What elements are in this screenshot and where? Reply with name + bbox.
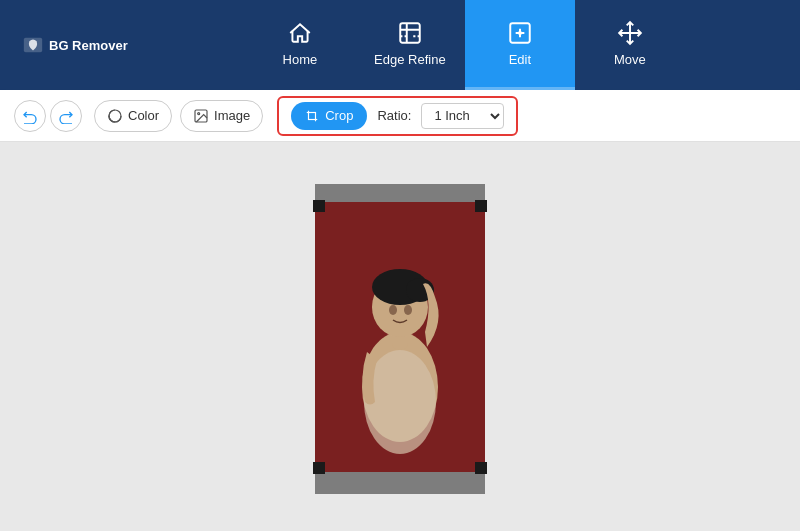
crop-button[interactable]: Crop [291, 102, 367, 130]
tab-home-label: Home [283, 52, 318, 67]
svg-point-3 [519, 32, 521, 34]
undo-icon [22, 108, 38, 124]
ratio-select[interactable]: 1 Inch 2 Inch Free Custom [421, 103, 504, 129]
svg-point-21 [389, 305, 397, 315]
tab-home[interactable]: Home [245, 0, 355, 90]
undo-redo-group [14, 100, 82, 132]
redo-button[interactable] [50, 100, 82, 132]
crop-icon [305, 109, 319, 123]
undo-button[interactable] [14, 100, 46, 132]
crop-handle-top-left[interactable] [313, 200, 325, 212]
image-icon [193, 108, 209, 124]
move-icon [617, 20, 643, 46]
crop-handle-bottom-right[interactable] [475, 462, 487, 474]
color-button[interactable]: Color [94, 100, 172, 132]
photo-background [315, 202, 485, 472]
tab-move[interactable]: Move [575, 0, 685, 90]
crop-section: Crop Ratio: 1 Inch 2 Inch Free Custom [277, 96, 518, 136]
canvas-area [0, 142, 800, 531]
home-icon [287, 20, 313, 46]
tab-edge-refine-label: Edge Refine [374, 52, 446, 67]
toolbar: Color Image Crop Ratio: 1 Inch 2 Inch Fr… [0, 90, 800, 142]
photo-container [315, 202, 485, 472]
tab-move-label: Move [614, 52, 646, 67]
image-label: Image [214, 108, 250, 123]
nav-bar: BG Remover Home Edge Refine [0, 0, 800, 90]
crop-label: Crop [325, 108, 353, 123]
tab-edge-refine[interactable]: Edge Refine [355, 0, 465, 90]
app-logo: BG Remover [10, 34, 140, 56]
svg-rect-9 [309, 112, 316, 119]
edit-icon [507, 20, 533, 46]
color-label: Color [128, 108, 159, 123]
svg-rect-1 [400, 23, 420, 43]
crop-handle-top-right[interactable] [475, 200, 487, 212]
svg-point-22 [404, 305, 412, 315]
logo-icon [22, 34, 44, 56]
app-title: BG Remover [49, 38, 128, 53]
crop-overlay-bottom [315, 472, 485, 494]
color-icon [107, 108, 123, 124]
nav-tabs: Home Edge Refine Edit [140, 0, 790, 90]
person-figure [315, 202, 485, 472]
crop-overlay-top [315, 184, 485, 202]
svg-point-8 [198, 112, 200, 114]
ratio-label: Ratio: [377, 108, 411, 123]
redo-icon [58, 108, 74, 124]
tab-edit-label: Edit [509, 52, 531, 67]
image-button[interactable]: Image [180, 100, 263, 132]
tab-edit[interactable]: Edit [465, 0, 575, 90]
crop-handle-bottom-left[interactable] [313, 462, 325, 474]
edge-refine-icon [397, 20, 423, 46]
